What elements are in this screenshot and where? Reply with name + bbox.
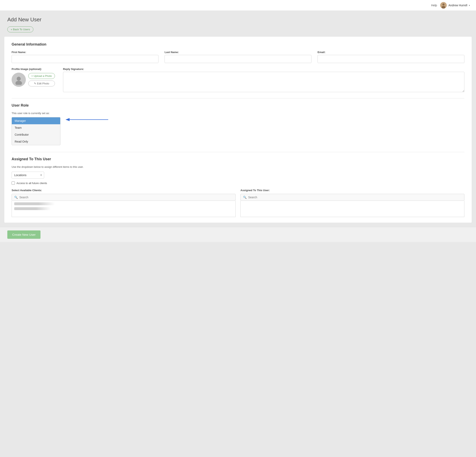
email-label: Email: xyxy=(318,51,464,54)
assigned-clients-search-box[interactable]: 🔍 xyxy=(240,194,464,201)
role-option-manager[interactable]: Manager xyxy=(12,117,60,124)
general-info-title: General Information xyxy=(12,42,464,47)
last-name-group: Last Name: xyxy=(165,51,311,63)
future-clients-label: Access to all future clients xyxy=(17,182,47,185)
role-option-read-only[interactable]: Read Only xyxy=(12,138,60,145)
svg-point-3 xyxy=(17,77,21,81)
locations-select-wrapper: Locations ⇕ xyxy=(12,172,44,178)
first-name-input[interactable] xyxy=(12,55,158,63)
reply-signature-textarea[interactable] xyxy=(63,72,464,92)
reply-signature-section: Reply Signature: xyxy=(63,68,464,92)
avatar xyxy=(440,2,447,8)
user-menu[interactable]: Andrew Hurrell ▾ xyxy=(440,2,470,8)
assigned-section: Assigned To This User Use the dropdown b… xyxy=(12,157,464,217)
available-clients-title: Select Available Clients: xyxy=(12,189,236,192)
upload-photo-button[interactable]: + Upload a Photo xyxy=(28,73,55,79)
first-name-group: First Name: xyxy=(12,51,158,63)
top-nav: Help Andrew Hurrell ▾ xyxy=(0,0,476,11)
bottom-bar: Create New User xyxy=(0,227,476,242)
svg-point-4 xyxy=(16,81,22,85)
chevron-down-icon: ▾ xyxy=(469,4,470,7)
blurred-item-2 xyxy=(14,207,51,210)
locations-select[interactable]: Locations xyxy=(12,172,44,178)
user-role-section: User Role This user role is currently se… xyxy=(12,103,464,146)
available-clients-search-box[interactable]: 🔍 xyxy=(12,194,236,201)
edit-photo-button[interactable]: ✎ Edit Photo xyxy=(28,81,55,86)
role-dropdown-box[interactable]: Manager Team Contributor Read Only xyxy=(12,117,60,145)
assigned-clients-search-input[interactable] xyxy=(248,196,462,199)
back-to-users-button[interactable]: « Back To Users xyxy=(7,26,33,32)
checkbox-row: Access to all future clients xyxy=(12,181,464,185)
available-clients-col: Select Available Clients: 🔍 xyxy=(12,189,236,217)
assigned-title: Assigned To This User xyxy=(12,157,464,161)
first-name-label: First Name: xyxy=(12,51,158,54)
general-info-section: General Information First Name: Last Nam… xyxy=(12,42,464,92)
email-group: Email: xyxy=(318,51,464,63)
reply-signature-label: Reply Signature: xyxy=(63,68,464,71)
last-name-label: Last Name: xyxy=(165,51,311,54)
assigned-clients-title: Assigned To This User: xyxy=(240,189,464,192)
available-clients-list xyxy=(12,201,236,217)
assigned-clients-list xyxy=(240,201,464,217)
future-clients-checkbox[interactable] xyxy=(12,181,15,185)
role-option-team[interactable]: Team xyxy=(12,124,60,131)
profile-image-controls: + Upload a Photo ✎ Edit Photo xyxy=(12,73,55,87)
page-header: Add New User « Back To Users xyxy=(0,11,476,36)
profile-avatar xyxy=(12,73,26,87)
name-email-row: First Name: Last Name: Email: xyxy=(12,51,464,63)
search-icon-right: 🔍 xyxy=(243,196,246,199)
assigned-clients-col: Assigned To This User: 🔍 xyxy=(240,189,464,217)
available-clients-search-input[interactable] xyxy=(19,196,233,199)
page-title: Add New User xyxy=(7,17,469,23)
help-link[interactable]: Help xyxy=(431,4,437,7)
main-content-card: General Information First Name: Last Nam… xyxy=(4,36,472,223)
search-icon-left: 🔍 xyxy=(14,196,18,199)
assigned-subtitle: Use the dropdown below to assign differe… xyxy=(12,165,464,169)
user-name-label: Andrew Hurrell xyxy=(448,4,467,7)
blurred-item-1 xyxy=(14,202,55,205)
profile-image-row: Profile Image (optional): + Upload a Pho… xyxy=(12,68,464,92)
svg-point-1 xyxy=(442,3,444,6)
user-role-subtitle: This user role is currently set as: xyxy=(12,112,464,115)
photo-buttons: + Upload a Photo ✎ Edit Photo xyxy=(28,73,55,86)
user-role-title: User Role xyxy=(12,103,464,108)
profile-image-section: Profile Image (optional): + Upload a Pho… xyxy=(12,68,55,87)
last-name-input[interactable] xyxy=(165,55,311,63)
role-option-contributor[interactable]: Contributor xyxy=(12,131,60,138)
create-user-button[interactable]: Create New User xyxy=(7,230,41,239)
role-dropdown-wrapper: Manager Team Contributor Read Only xyxy=(12,117,60,145)
email-input[interactable] xyxy=(318,55,464,63)
profile-image-label: Profile Image (optional): xyxy=(12,68,55,71)
arrow-annotation xyxy=(65,116,109,124)
clients-row: Select Available Clients: 🔍 Assigned To … xyxy=(12,189,464,217)
